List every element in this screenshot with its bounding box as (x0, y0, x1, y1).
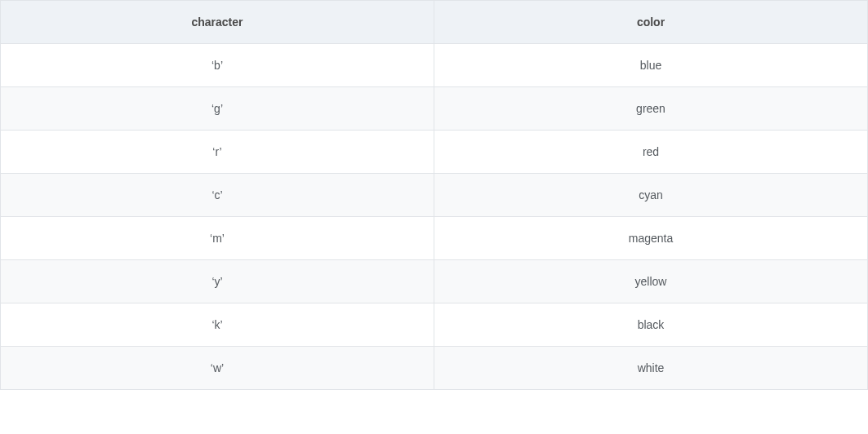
table-row: ‘b’ blue (1, 44, 868, 87)
table-row: ‘w’ white (1, 347, 868, 390)
table-header-row: character color (1, 1, 868, 44)
cell-character: ‘m’ (1, 217, 434, 260)
table-row: ‘m’ magenta (1, 217, 868, 260)
table-row: ‘g’ green (1, 87, 868, 131)
cell-character: ‘b’ (1, 44, 434, 87)
cell-color: blue (434, 44, 868, 87)
cell-character: ‘k’ (1, 303, 434, 347)
table-row: ‘k’ black (1, 303, 868, 347)
cell-color: red (434, 131, 868, 174)
cell-color: green (434, 87, 868, 131)
table-row: ‘c’ cyan (1, 174, 868, 217)
cell-character: ‘r’ (1, 131, 434, 174)
cell-color: white (434, 347, 868, 390)
column-header-character: character (1, 1, 434, 44)
table-row: ‘y’ yellow (1, 260, 868, 303)
cell-color: black (434, 303, 868, 347)
table-row: ‘r’ red (1, 131, 868, 174)
cell-color: magenta (434, 217, 868, 260)
cell-character: ‘g’ (1, 87, 434, 131)
cell-character: ‘c’ (1, 174, 434, 217)
column-header-color: color (434, 1, 868, 44)
cell-character: ‘y’ (1, 260, 434, 303)
cell-color: yellow (434, 260, 868, 303)
cell-color: cyan (434, 174, 868, 217)
cell-character: ‘w’ (1, 347, 434, 390)
color-mapping-table: character color ‘b’ blue ‘g’ green ‘r’ r… (0, 0, 868, 390)
